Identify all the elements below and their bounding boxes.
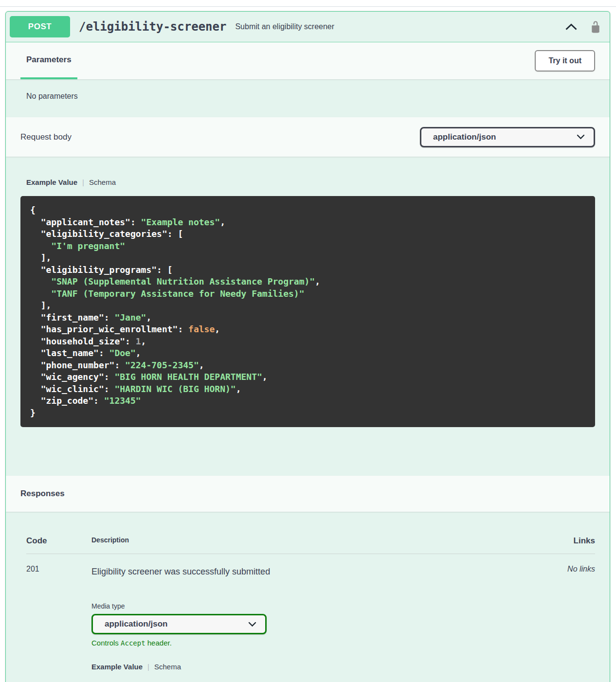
code-line: "eligibility_categories": [ [30, 228, 585, 240]
opblock-summary[interactable]: POST /eligibility-screener Submit an eli… [6, 12, 610, 42]
tab-divider: | [82, 178, 84, 186]
code-token [30, 276, 51, 287]
request-body-section-header: Request body application/json [6, 117, 610, 157]
parameters-section-header: Parameters Try it out [6, 42, 610, 79]
collapse-button[interactable] [563, 21, 580, 33]
code-line: "zip_code": "12345" [30, 395, 585, 407]
code-token: , [136, 348, 141, 358]
chevron-down-icon [248, 622, 256, 627]
code-line: "first_name": "Jane", [30, 312, 585, 324]
endpoint-summary: Submit an eligibility screener [235, 22, 334, 31]
code-line: "applicant_notes": "Example notes", [30, 216, 585, 229]
code-line: "eligibility_programs": [ [30, 264, 585, 276]
code-line: { [30, 204, 585, 216]
code-token: , [146, 312, 151, 323]
code-token: "Doe" [109, 348, 136, 358]
code-token: "applicant_notes": [30, 217, 141, 227]
code-token: 1 [136, 336, 141, 346]
responses-header-description: Description [91, 536, 507, 554]
responses-title: Responses [20, 489, 65, 499]
response-description: Eligibility screener was successfully su… [91, 567, 507, 577]
code-token: ], [30, 252, 51, 263]
code-line: "wic_clinic": "HARDIN WIC (BIG HORN)", [30, 383, 585, 395]
opblock-post-eligibility-screener: POST /eligibility-screener Submit an eli… [5, 11, 610, 682]
code-token: , [215, 324, 220, 334]
code-token: "eligibility_categories": [ [30, 229, 183, 239]
code-token: "has_prior_wic_enrollment": [30, 324, 188, 334]
code-token: , [220, 217, 225, 227]
code-token: , [262, 372, 268, 382]
code-token: false [188, 324, 215, 334]
request-body-title: Request body [20, 132, 72, 142]
responses-section-header: Responses [6, 476, 610, 512]
code-token: "SNAP (Supplemental Nutrition Assistance… [51, 276, 315, 287]
code-token: "12345" [104, 395, 141, 406]
code-token: "eligibility_programs": [ [30, 265, 173, 275]
code-token: "HARDIN WIC (BIG HORN)" [114, 384, 236, 394]
tab-example-value[interactable]: Example Value [26, 178, 77, 186]
code-token: "BIG HORN HEALTH DEPARTMENT" [114, 372, 262, 382]
code-block: { "applicant_notes": "Example notes", "e… [20, 196, 595, 427]
request-content-type-select[interactable]: application/json [420, 127, 595, 147]
accept-header-code: Accept [121, 639, 145, 647]
try-it-out-button[interactable]: Try it out [535, 50, 595, 72]
code-line: "has_prior_wic_enrollment": false, [30, 323, 585, 336]
code-line: ], [30, 300, 585, 312]
request-body-example-section: Example Value | Schema { "applicant_note… [6, 157, 610, 476]
authorize-button[interactable] [588, 18, 603, 36]
code-token: "household_size": [30, 336, 136, 346]
code-token: "wic_clinic": [30, 384, 114, 394]
code-line: "last_name": "Doe", [30, 347, 585, 359]
code-token: "Jane" [114, 312, 146, 323]
code-line: "household_size": 1, [30, 336, 585, 348]
no-parameters-message: No parameters [6, 79, 610, 117]
code-token: "last_name": [30, 348, 109, 358]
code-line: "SNAP (Supplemental Nutrition Assistance… [30, 276, 585, 288]
code-token: ], [30, 300, 51, 310]
response-description-cell: Eligibility screener was successfully su… [91, 554, 507, 672]
media-type-label: Media type [91, 602, 507, 610]
responses-header-links: Links [507, 536, 595, 554]
code-token: "first_name": [30, 312, 114, 323]
code-line: "phone_number": "224-705-2345", [30, 359, 585, 372]
unlock-icon [590, 20, 601, 34]
code-token: "TANF (Temporary Assistance for Needy Fa… [51, 288, 304, 299]
code-token: "I'm pregnant" [51, 241, 125, 251]
tab-divider: | [147, 663, 149, 671]
responses-table: Code Description Links 201 Eligibility s… [6, 512, 610, 672]
endpoint-path: /eligibility-screener [79, 20, 226, 34]
code-token: "Example notes" [141, 217, 220, 227]
tab-parameters[interactable]: Parameters [20, 42, 77, 79]
code-token: , [236, 384, 241, 394]
chevron-down-icon [577, 134, 585, 140]
code-line: } [30, 407, 585, 419]
code-token: "224-705-2345" [125, 360, 199, 370]
tab-example-value-response[interactable]: Example Value [91, 663, 143, 671]
request-content-type-value: application/json [433, 132, 496, 142]
responses-header-code: Code [26, 536, 91, 554]
method-badge: POST [10, 16, 70, 37]
response-links: No links [507, 554, 595, 672]
code-line: ], [30, 252, 585, 264]
code-token: , [199, 360, 204, 370]
code-token: { [30, 205, 36, 215]
code-line: "wic_agency": "BIG HORN HEALTH DEPARTMEN… [30, 371, 585, 383]
code-token: , [141, 336, 146, 346]
tab-schema-response[interactable]: Schema [154, 663, 181, 671]
code-token: , [315, 276, 320, 287]
code-line: "I'm pregnant" [30, 240, 585, 252]
section-divider [0, 6, 616, 7]
code-token: "wic_agency": [30, 372, 114, 382]
code-token: "phone_number": [30, 360, 125, 370]
code-token [30, 241, 51, 251]
code-token: } [30, 408, 36, 418]
code-line: "TANF (Temporary Assistance for Needy Fa… [30, 288, 585, 300]
chevron-up-icon [565, 23, 578, 31]
response-content-type-select[interactable]: application/json [91, 614, 267, 634]
accept-header-hint: Controls Accept header. [91, 639, 507, 647]
code-token [30, 288, 51, 299]
tab-schema[interactable]: Schema [89, 178, 116, 186]
response-content-type-value: application/json [105, 619, 167, 629]
code-token: "zip_code": [30, 395, 104, 406]
response-code: 201 [26, 554, 91, 672]
